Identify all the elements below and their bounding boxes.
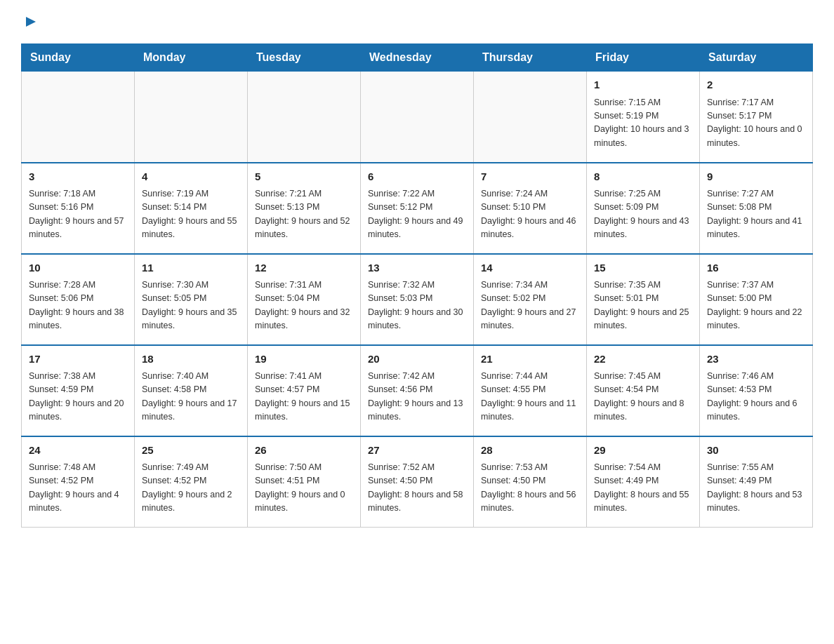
calendar-day: 28Sunrise: 7:53 AM Sunset: 4:50 PM Dayli…	[474, 436, 587, 528]
day-info: Sunrise: 7:22 AM Sunset: 5:12 PM Dayligh…	[368, 187, 466, 242]
calendar-day: 8Sunrise: 7:25 AM Sunset: 5:09 PM Daylig…	[587, 163, 700, 254]
calendar-day: 12Sunrise: 7:31 AM Sunset: 5:04 PM Dayli…	[248, 254, 361, 345]
calendar-day: 26Sunrise: 7:50 AM Sunset: 4:51 PM Dayli…	[248, 436, 361, 528]
day-number: 10	[29, 260, 127, 276]
day-info: Sunrise: 7:15 AM Sunset: 5:19 PM Dayligh…	[594, 96, 692, 151]
day-info: Sunrise: 7:32 AM Sunset: 5:03 PM Dayligh…	[368, 279, 466, 333]
calendar-day: 14Sunrise: 7:34 AM Sunset: 5:02 PM Dayli…	[474, 254, 587, 345]
day-number: 3	[29, 169, 127, 185]
week-row-3: 10Sunrise: 7:28 AM Sunset: 5:06 PM Dayli…	[22, 254, 813, 345]
day-info: Sunrise: 7:44 AM Sunset: 4:55 PM Dayligh…	[481, 370, 579, 424]
calendar-day: 20Sunrise: 7:42 AM Sunset: 4:56 PM Dayli…	[361, 345, 474, 436]
calendar-day	[361, 72, 474, 163]
day-number: 21	[481, 351, 579, 368]
weekday-header-tuesday: Tuesday	[248, 44, 361, 72]
day-info: Sunrise: 7:53 AM Sunset: 4:50 PM Dayligh…	[481, 461, 579, 516]
weekday-header-friday: Friday	[587, 44, 700, 72]
calendar-day: 24Sunrise: 7:48 AM Sunset: 4:52 PM Dayli…	[22, 436, 135, 528]
day-number: 19	[255, 351, 353, 368]
day-info: Sunrise: 7:40 AM Sunset: 4:58 PM Dayligh…	[142, 370, 240, 424]
calendar-day: 10Sunrise: 7:28 AM Sunset: 5:06 PM Dayli…	[22, 254, 135, 345]
calendar-day: 29Sunrise: 7:54 AM Sunset: 4:49 PM Dayli…	[587, 436, 700, 528]
day-info: Sunrise: 7:49 AM Sunset: 4:52 PM Dayligh…	[142, 461, 240, 516]
calendar-day: 9Sunrise: 7:27 AM Sunset: 5:08 PM Daylig…	[700, 163, 813, 254]
calendar-day: 11Sunrise: 7:30 AM Sunset: 5:05 PM Dayli…	[135, 254, 248, 345]
day-number: 25	[142, 443, 240, 459]
week-row-2: 3Sunrise: 7:18 AM Sunset: 5:16 PM Daylig…	[22, 163, 813, 254]
calendar-day	[474, 72, 587, 163]
calendar-day: 16Sunrise: 7:37 AM Sunset: 5:00 PM Dayli…	[700, 254, 813, 345]
day-info: Sunrise: 7:30 AM Sunset: 5:05 PM Dayligh…	[142, 279, 240, 333]
weekday-header-sunday: Sunday	[22, 44, 135, 72]
day-info: Sunrise: 7:42 AM Sunset: 4:56 PM Dayligh…	[368, 370, 466, 424]
day-number: 30	[707, 443, 805, 459]
day-info: Sunrise: 7:52 AM Sunset: 4:50 PM Dayligh…	[368, 461, 466, 516]
day-number: 5	[255, 169, 353, 185]
day-info: Sunrise: 7:28 AM Sunset: 5:06 PM Dayligh…	[29, 279, 127, 333]
calendar-table: SundayMondayTuesdayWednesdayThursdayFrid…	[21, 43, 813, 528]
calendar-day	[248, 72, 361, 163]
calendar-day: 19Sunrise: 7:41 AM Sunset: 4:57 PM Dayli…	[248, 345, 361, 436]
day-number: 28	[481, 443, 579, 459]
day-number: 1	[594, 77, 692, 93]
calendar-day: 17Sunrise: 7:38 AM Sunset: 4:59 PM Dayli…	[22, 345, 135, 436]
day-info: Sunrise: 7:25 AM Sunset: 5:09 PM Dayligh…	[594, 187, 692, 242]
day-number: 29	[594, 443, 692, 459]
day-info: Sunrise: 7:45 AM Sunset: 4:54 PM Dayligh…	[594, 370, 692, 424]
calendar-day: 27Sunrise: 7:52 AM Sunset: 4:50 PM Dayli…	[361, 436, 474, 528]
calendar-day: 23Sunrise: 7:46 AM Sunset: 4:53 PM Dayli…	[700, 345, 813, 436]
weekday-header-wednesday: Wednesday	[361, 44, 474, 72]
day-number: 2	[707, 77, 805, 93]
calendar-day: 18Sunrise: 7:40 AM Sunset: 4:58 PM Dayli…	[135, 345, 248, 436]
calendar-day	[135, 72, 248, 163]
day-number: 11	[142, 260, 240, 276]
day-number: 8	[594, 169, 692, 185]
calendar-day: 3Sunrise: 7:18 AM Sunset: 5:16 PM Daylig…	[22, 163, 135, 254]
day-number: 16	[707, 260, 805, 276]
calendar-day: 25Sunrise: 7:49 AM Sunset: 4:52 PM Dayli…	[135, 436, 248, 528]
day-info: Sunrise: 7:21 AM Sunset: 5:13 PM Dayligh…	[255, 187, 353, 242]
calendar-day: 6Sunrise: 7:22 AM Sunset: 5:12 PM Daylig…	[361, 163, 474, 254]
day-number: 22	[594, 351, 692, 368]
day-info: Sunrise: 7:37 AM Sunset: 5:00 PM Dayligh…	[707, 279, 805, 333]
day-info: Sunrise: 7:27 AM Sunset: 5:08 PM Dayligh…	[707, 187, 805, 242]
day-info: Sunrise: 7:31 AM Sunset: 5:04 PM Dayligh…	[255, 279, 353, 333]
calendar-day: 15Sunrise: 7:35 AM Sunset: 5:01 PM Dayli…	[587, 254, 700, 345]
day-number: 17	[29, 351, 127, 368]
day-info: Sunrise: 7:35 AM Sunset: 5:01 PM Dayligh…	[594, 279, 692, 333]
weekday-header-monday: Monday	[135, 44, 248, 72]
day-info: Sunrise: 7:18 AM Sunset: 5:16 PM Dayligh…	[29, 187, 127, 242]
week-row-4: 17Sunrise: 7:38 AM Sunset: 4:59 PM Dayli…	[22, 345, 813, 436]
day-info: Sunrise: 7:17 AM Sunset: 5:17 PM Dayligh…	[707, 96, 805, 151]
weekday-header-saturday: Saturday	[700, 44, 813, 72]
svg-marker-0	[26, 17, 36, 27]
day-info: Sunrise: 7:34 AM Sunset: 5:02 PM Dayligh…	[481, 279, 579, 333]
calendar-day: 4Sunrise: 7:19 AM Sunset: 5:14 PM Daylig…	[135, 163, 248, 254]
page-header	[21, 14, 813, 29]
day-number: 20	[368, 351, 466, 368]
week-row-5: 24Sunrise: 7:48 AM Sunset: 4:52 PM Dayli…	[22, 436, 813, 528]
day-number: 13	[368, 260, 466, 276]
day-info: Sunrise: 7:19 AM Sunset: 5:14 PM Dayligh…	[142, 187, 240, 242]
day-info: Sunrise: 7:55 AM Sunset: 4:49 PM Dayligh…	[707, 461, 805, 516]
calendar-day: 1Sunrise: 7:15 AM Sunset: 5:19 PM Daylig…	[587, 72, 700, 163]
calendar-day: 2Sunrise: 7:17 AM Sunset: 5:17 PM Daylig…	[700, 72, 813, 163]
calendar-day: 7Sunrise: 7:24 AM Sunset: 5:10 PM Daylig…	[474, 163, 587, 254]
calendar-day: 22Sunrise: 7:45 AM Sunset: 4:54 PM Dayli…	[587, 345, 700, 436]
day-number: 18	[142, 351, 240, 368]
day-number: 14	[481, 260, 579, 276]
day-number: 23	[707, 351, 805, 368]
weekday-header-thursday: Thursday	[474, 44, 587, 72]
week-row-1: 1Sunrise: 7:15 AM Sunset: 5:19 PM Daylig…	[22, 72, 813, 163]
day-number: 7	[481, 169, 579, 185]
logo-arrow-icon	[23, 14, 39, 32]
weekday-header-row: SundayMondayTuesdayWednesdayThursdayFrid…	[22, 44, 813, 72]
day-info: Sunrise: 7:24 AM Sunset: 5:10 PM Dayligh…	[481, 187, 579, 242]
day-number: 12	[255, 260, 353, 276]
day-number: 26	[255, 443, 353, 459]
day-number: 9	[707, 169, 805, 185]
day-info: Sunrise: 7:41 AM Sunset: 4:57 PM Dayligh…	[255, 370, 353, 424]
calendar-day	[22, 72, 135, 163]
day-number: 4	[142, 169, 240, 185]
calendar-day: 13Sunrise: 7:32 AM Sunset: 5:03 PM Dayli…	[361, 254, 474, 345]
